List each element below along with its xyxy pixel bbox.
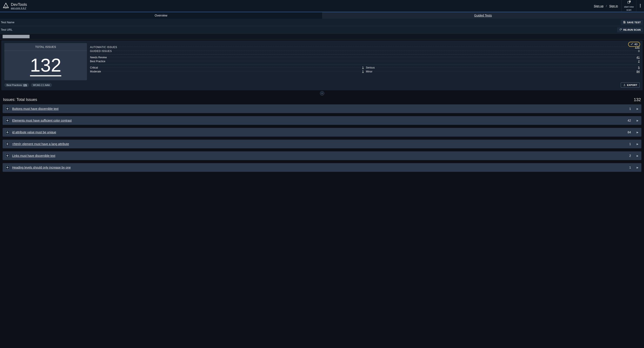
target-icon bbox=[6, 142, 9, 146]
issue-title[interactable]: id attribute value must be unique bbox=[12, 131, 56, 134]
issues-heading-title: Issues: Total Issues bbox=[3, 97, 37, 102]
save-icon bbox=[623, 21, 626, 24]
issue-row[interactable]: Buttons must have discernible text1▶ bbox=[2, 104, 642, 113]
new-scan-icon bbox=[627, 1, 631, 5]
total-issues-card: TOTAL ISSUES 132 bbox=[4, 43, 87, 80]
target-icon bbox=[6, 166, 9, 169]
issue-row[interactable]: Elements must have sufficient color cont… bbox=[2, 116, 642, 125]
test-url-value-redacted bbox=[2, 35, 30, 38]
issue-title[interactable]: Links must have discernible text bbox=[12, 154, 55, 157]
issues-heading: Issues: Total Issues 132 bbox=[0, 96, 644, 104]
issue-count: 1 bbox=[629, 107, 631, 111]
issues-heading-count: 132 bbox=[634, 97, 641, 102]
issue-list: Buttons must have discernible text1▶Elem… bbox=[0, 104, 644, 174]
collapse-handle bbox=[0, 91, 644, 96]
app-title: DevTools bbox=[11, 3, 27, 7]
row-test-name: Test Name SAVE TEST bbox=[0, 19, 644, 26]
chevron-up-icon bbox=[321, 92, 323, 95]
row-test-url: Test URL RE-RUN SCAN bbox=[0, 26, 644, 34]
moderate-label: Moderate bbox=[90, 70, 101, 74]
test-url-label: Test URL bbox=[1, 28, 12, 31]
critical-label: Critical bbox=[90, 66, 98, 70]
issue-row[interactable]: Heading levels should only increase by o… bbox=[2, 163, 642, 172]
svg-point-2 bbox=[640, 4, 641, 5]
moderate-value[interactable]: 1 bbox=[362, 70, 364, 73]
collapse-toggle[interactable] bbox=[320, 91, 324, 96]
serious-value[interactable]: 5 bbox=[638, 66, 640, 69]
highlighter-icon bbox=[631, 43, 633, 46]
logo-block: DevTools axe-core 4.4.2 bbox=[0, 3, 30, 10]
svg-point-4 bbox=[640, 7, 641, 8]
app-subtitle[interactable]: axe-core 4.4.2 bbox=[11, 7, 27, 9]
issue-row[interactable]: <html> element must have a lang attribut… bbox=[2, 140, 642, 148]
needs-review-value[interactable]: 41 bbox=[636, 56, 640, 59]
best-practices-pill[interactable]: Best Practices: ON bbox=[4, 83, 29, 87]
start-new-scan-button[interactable]: start new scan bbox=[622, 0, 636, 12]
svg-point-3 bbox=[640, 5, 641, 6]
target-icon bbox=[6, 131, 9, 134]
total-issues-label: TOTAL ISSUES bbox=[4, 43, 87, 51]
target-icon bbox=[6, 154, 9, 157]
main-tabs: Overview Guided Tests bbox=[0, 12, 644, 19]
needs-review-label: Needs Review bbox=[90, 56, 107, 59]
auth-links: Sign up / Sign in bbox=[594, 4, 622, 8]
top-bar: DevTools axe-core 4.4.2 Sign up / Sign i… bbox=[0, 0, 644, 12]
rerun-scan-button[interactable]: RE-RUN SCAN bbox=[617, 27, 643, 33]
guided-issues-value: 0 bbox=[638, 49, 640, 53]
guided-issues-label: GUIDED ISSUES bbox=[90, 49, 112, 53]
minor-label: Minor bbox=[366, 70, 372, 74]
sign-in-link[interactable]: Sign in bbox=[609, 4, 618, 8]
minor-value[interactable]: 84 bbox=[636, 70, 640, 73]
wcag-pill[interactable]: WCAG 2.1 AAA bbox=[31, 83, 52, 87]
svg-rect-6 bbox=[624, 21, 625, 22]
target-icon bbox=[6, 107, 9, 111]
chevron-right-icon: ▶ bbox=[636, 119, 638, 122]
chevron-right-icon: ▶ bbox=[636, 143, 638, 146]
chevron-right-icon: ▶ bbox=[636, 154, 638, 157]
target-icon bbox=[6, 119, 9, 122]
chevron-right-icon: ▶ bbox=[636, 107, 638, 110]
svg-rect-5 bbox=[624, 22, 625, 23]
kebab-icon bbox=[640, 4, 641, 8]
issue-row[interactable]: Links must have discernible text2▶ bbox=[2, 151, 642, 160]
chevron-right-icon: ▶ bbox=[636, 166, 638, 169]
save-test-button[interactable]: SAVE TEST bbox=[621, 20, 643, 25]
row-test-url-value bbox=[0, 34, 644, 40]
best-practice-label: Best Practice bbox=[90, 59, 106, 63]
sign-up-link[interactable]: Sign up bbox=[594, 4, 603, 8]
more-menu-button[interactable] bbox=[636, 0, 644, 12]
chevron-right-icon: ▶ bbox=[636, 131, 638, 134]
export-button[interactable]: EXPORT bbox=[621, 82, 640, 88]
issue-title[interactable]: <html> element must have a lang attribut… bbox=[12, 142, 69, 146]
test-name-label: Test Name bbox=[1, 21, 14, 24]
critical-value[interactable]: 1 bbox=[362, 66, 364, 69]
start-new-scan-l1: start new bbox=[624, 6, 634, 8]
issue-count: 2 bbox=[629, 154, 631, 157]
stats-column: AUTOMATIC ISSUES 132 GUIDED ISSUES 0 Nee… bbox=[90, 43, 640, 80]
tab-overview[interactable]: Overview bbox=[0, 12, 322, 19]
issue-count: 84 bbox=[628, 131, 631, 134]
issue-title[interactable]: Elements must have sufficient color cont… bbox=[12, 119, 72, 122]
tab-guided-tests[interactable]: Guided Tests bbox=[322, 12, 644, 19]
settings-pill-row: Best Practices: ON WCAG 2.1 AAA EXPORT bbox=[4, 80, 640, 90]
serious-label: Serious bbox=[366, 66, 375, 70]
issue-title[interactable]: Heading levels should only increase by o… bbox=[12, 166, 71, 169]
automatic-issues-label: AUTOMATIC ISSUES bbox=[90, 45, 117, 49]
issue-row[interactable]: id attribute value must be unique84▶ bbox=[2, 128, 642, 137]
download-icon bbox=[623, 84, 626, 87]
best-practice-value[interactable]: 2 bbox=[638, 60, 640, 63]
refresh-icon bbox=[620, 28, 622, 31]
issue-count: 1 bbox=[629, 166, 631, 169]
issue-count: 1 bbox=[629, 142, 631, 146]
issue-title[interactable]: Buttons must have discernible text bbox=[12, 107, 58, 111]
axe-logo-icon bbox=[2, 3, 9, 10]
start-new-scan-l2: scan bbox=[626, 9, 632, 11]
issue-count: 42 bbox=[628, 119, 631, 122]
total-issues-value[interactable]: 132 bbox=[30, 56, 61, 76]
highlight-count-pill[interactable]: 40 bbox=[628, 42, 640, 47]
overview-panel: 40 TOTAL ISSUES 132 AUTOMATIC ISSUES 132… bbox=[1, 41, 643, 90]
